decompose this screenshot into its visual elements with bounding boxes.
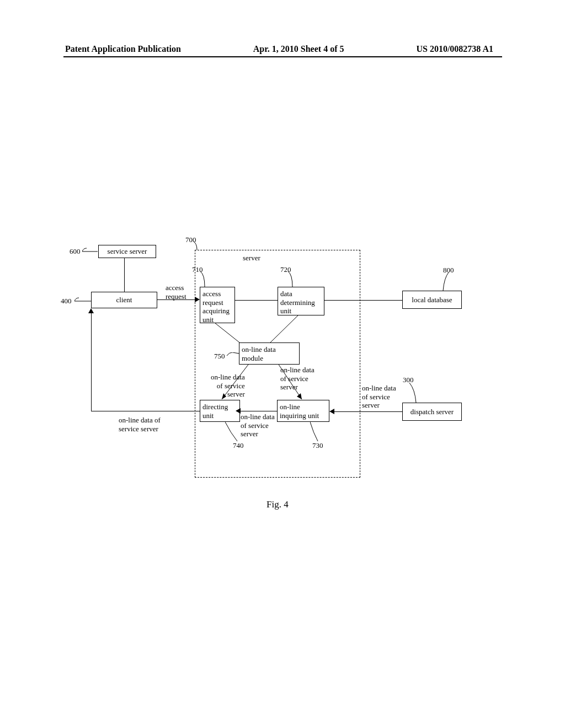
box-service-server: service server bbox=[98, 245, 156, 258]
svg-line-3 bbox=[215, 323, 239, 342]
label-740-client: on-line data of service server bbox=[119, 416, 161, 433]
line-710-750 bbox=[215, 323, 243, 343]
online-inquiring-text: on-line inquiring unit bbox=[280, 403, 319, 420]
svg-marker-7 bbox=[297, 393, 302, 399]
leader-750 bbox=[227, 352, 241, 359]
label-750-740: on-line data of service server bbox=[211, 373, 245, 399]
label-750-730: on-line data of service server bbox=[280, 366, 315, 392]
leader-720 bbox=[287, 271, 297, 288]
header-rule bbox=[63, 56, 502, 57]
leader-740 bbox=[225, 422, 238, 442]
client-text: client bbox=[116, 296, 132, 304]
label-dispatch-730: on-line data of service server bbox=[362, 384, 396, 410]
leader-730 bbox=[310, 422, 321, 442]
box-online-data-module: on-line data module bbox=[239, 342, 300, 365]
dispatch-server-text: dispatch server bbox=[411, 408, 454, 416]
header-mid: Apr. 1, 2010 Sheet 4 of 5 bbox=[253, 44, 344, 54]
online-data-module-text: on-line data module bbox=[242, 345, 276, 362]
svg-line-2 bbox=[270, 315, 298, 342]
arrow-dispatch-730 bbox=[329, 409, 334, 414]
page-header: Patent Application Publication Apr. 1, 2… bbox=[0, 44, 565, 54]
local-database-text: local database bbox=[412, 296, 452, 304]
data-determining-text: data determining unit bbox=[280, 290, 315, 315]
ref-600: 600 bbox=[70, 247, 81, 256]
leader-700 bbox=[189, 242, 200, 251]
line-720-db bbox=[324, 300, 402, 301]
box-client: client bbox=[91, 292, 157, 308]
line-ss-client bbox=[124, 258, 125, 292]
leader-710 bbox=[199, 271, 209, 288]
arrow-740-client bbox=[88, 308, 94, 313]
header-right: US 2010/0082738 A1 bbox=[416, 44, 493, 54]
label-access-request: access request bbox=[166, 283, 186, 301]
figure-4-diagram: service server 600 client 400 server 700… bbox=[58, 237, 510, 491]
ref-740: 740 bbox=[233, 441, 244, 450]
box-dispatch-server: dispatch server bbox=[402, 403, 462, 421]
ref-730: 730 bbox=[312, 441, 323, 450]
label-730-740: on-line data of service server bbox=[241, 413, 275, 438]
directing-unit-text: directing unit bbox=[202, 403, 228, 420]
line-dispatch-730 bbox=[334, 411, 402, 412]
ref-400: 400 bbox=[61, 297, 72, 306]
box-directing-unit: directing unit bbox=[200, 400, 240, 422]
box-data-determining-unit: data determining unit bbox=[278, 287, 324, 315]
access-request-unit-text: access request acquiring unit bbox=[202, 290, 230, 324]
line-740-v bbox=[91, 313, 92, 411]
box-access-request-unit: access request acquiring unit bbox=[200, 287, 235, 323]
leader-400 bbox=[74, 296, 92, 306]
header-left: Patent Application Publication bbox=[65, 44, 181, 54]
leader-800 bbox=[441, 272, 452, 291]
leader-600 bbox=[82, 247, 99, 257]
line-730-740 bbox=[240, 411, 277, 411]
line-710-720 bbox=[235, 300, 278, 301]
figure-caption: Fig. 4 bbox=[266, 499, 289, 510]
server-label: server bbox=[243, 254, 260, 263]
line-720-750 bbox=[270, 315, 303, 343]
service-server-text: service server bbox=[108, 247, 147, 256]
box-local-database: local database bbox=[402, 291, 462, 309]
line-740-h bbox=[91, 411, 200, 411]
arrow-730-740 bbox=[236, 408, 241, 414]
box-online-inquiring-unit: on-line inquiring unit bbox=[277, 400, 329, 422]
leader-300 bbox=[406, 383, 418, 403]
arrow-client-710 bbox=[195, 297, 200, 302]
ref-750: 750 bbox=[214, 352, 225, 361]
